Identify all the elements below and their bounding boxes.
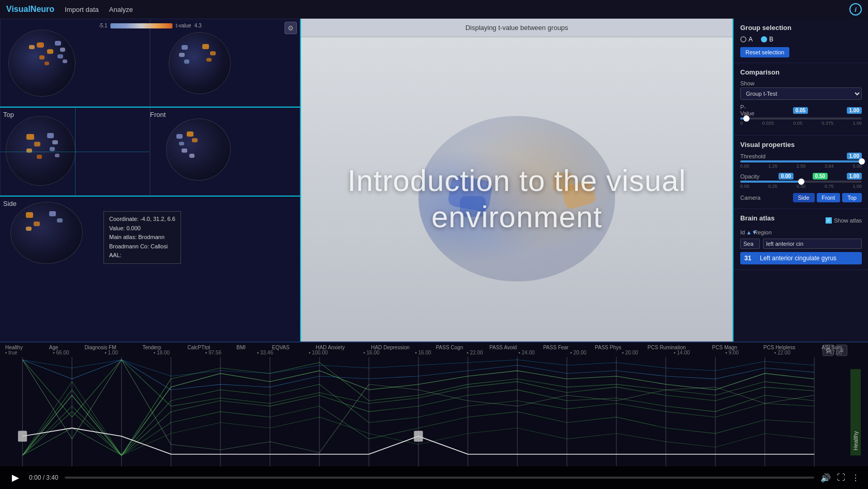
tooltip-main-atlas: Main atlas: Brodmann: [109, 233, 175, 242]
atlas-column-headers: Id ▲▼ Region: [740, 229, 862, 235]
volume-button[interactable]: 🔊: [820, 473, 831, 483]
camera-buttons: Side Front Top: [793, 193, 862, 202]
comparison-title: Comparison: [740, 68, 862, 76]
p-value-label-row: P-Value 0.05 1.00: [740, 104, 862, 116]
view-label-front: Front: [150, 111, 166, 118]
tooltip-coordinate-label: Coordinate: -4.0, 31.2, 6.6: [109, 215, 175, 224]
visual-properties-title: Visual properties: [740, 141, 862, 149]
left-brain-panel: ⚙ -5.1 t-value 4.3: [0, 19, 300, 360]
radio-a-label: A: [749, 36, 753, 43]
show-label-row: Show: [740, 80, 862, 86]
show-atlas-checkbox[interactable]: [826, 217, 832, 224]
p-value-label: P-Value: [740, 104, 754, 116]
threshold-label: Threshold: [740, 153, 766, 159]
brain-canvas-axial-mid: [1, 108, 149, 195]
tooltip-broadmann: Broadmann Co: Callosi: [109, 242, 175, 251]
camera-label-row: Camera Side Front Top: [740, 193, 862, 202]
atlas-region-search[interactable]: [763, 239, 862, 249]
opacity-slider[interactable]: 0.000.250.500.751.00: [740, 181, 862, 189]
colorbar: -5.1 t-value 4.3: [98, 23, 201, 28]
pc-lines-svg: [0, 357, 847, 466]
main-layout: ⚙ -5.1 t-value 4.3: [0, 19, 868, 360]
right-scroll-area: Group selection A B Reset selection Comp…: [734, 19, 868, 360]
p-value-badge: 0.05: [793, 107, 808, 114]
nav-analyze[interactable]: Analyze: [109, 6, 133, 13]
threshold-label-row: Threshold 1.00: [740, 153, 862, 159]
threshold-fill: [740, 160, 862, 162]
play-button[interactable]: ▶: [8, 470, 23, 485]
colorbar-max-label: 4.3: [194, 23, 202, 28]
group-selection-section: Group selection A B Reset selection: [734, 19, 868, 63]
opacity-left-badge: 0.00: [779, 173, 794, 180]
brain-canvas-axial: [1, 19, 149, 106]
reset-selection-button[interactable]: Reset selection: [740, 47, 789, 57]
center-header-text: Displaying t-value between groups: [466, 24, 568, 32]
p-value-ticks: 00.0250.050.3751.00: [740, 121, 862, 126]
camera-front-button[interactable]: Front: [817, 193, 841, 202]
tooltip-aal: AAL:: [109, 251, 175, 260]
opacity-fill: [740, 181, 801, 183]
atlas-result-row[interactable]: 31 Left anterior cingulate gyrus: [740, 252, 862, 264]
brain-views-mid-row: Top Front: [0, 108, 300, 196]
show-atlas-checkbox-row[interactable]: Show atlas: [826, 217, 862, 224]
svg-rect-18: [414, 431, 423, 441]
brain-3d-view[interactable]: Introduction to the visual environment: [301, 37, 732, 360]
teal-divider-2: [0, 196, 300, 197]
view-label-top: Top: [3, 111, 14, 118]
camera-label: Camera: [740, 195, 760, 201]
atlas-result-id: 31: [744, 255, 755, 262]
radio-group-a[interactable]: A: [740, 36, 753, 43]
atlas-id-search[interactable]: [740, 239, 760, 249]
brain-view-sagittal[interactable]: [150, 108, 300, 196]
colorbar-min-label: -5.1: [98, 23, 107, 28]
brain-view-coronal[interactable]: [150, 19, 300, 107]
healthy-bar: Healthy: [851, 358, 860, 466]
p-value-section: P-Value 0.05 1.00 00.0250.050.3751.00: [740, 104, 862, 126]
brain-canvas-sagittal: [151, 108, 300, 195]
camera-top-button[interactable]: Top: [842, 193, 862, 202]
p-value-handle[interactable]: [743, 115, 750, 122]
healthy-bar-label: Healthy: [850, 369, 861, 455]
opacity-handle[interactable]: [798, 179, 804, 185]
p-value-track: [740, 117, 862, 120]
parallel-coordinates[interactable]: ⚙ ≡ Healthy Age Diagnosis FM Tenderp Cal…: [0, 343, 868, 466]
visual-properties-section: Visual properties Threshold 1.00 0.001.2…: [734, 136, 868, 209]
pc-max-values-row: ▪ true▪ 66.00▪ 1.00▪ 18.00▪ 97.56▪ 33.46…: [0, 343, 847, 355]
brain-3d-render: [418, 116, 615, 281]
right-panel: Group selection A B Reset selection Comp…: [734, 19, 868, 360]
tooltip-value-row: Value: 0.000: [109, 224, 175, 233]
p-value-slider[interactable]: 00.0250.050.3751.00: [740, 117, 862, 126]
comparison-section: Comparison Show Group t-Test P-Value 0.0…: [734, 63, 868, 136]
center-brain-3d-panel: Displaying t-value between groups Introd…: [301, 19, 732, 360]
nav-import-data[interactable]: Import data: [65, 6, 99, 13]
threshold-track: [740, 160, 862, 162]
radio-group-b[interactable]: B: [761, 36, 773, 43]
opacity-mid-badge: 0.50: [813, 173, 828, 180]
progress-bar[interactable]: [65, 477, 814, 479]
atlas-region-column-header: Region: [754, 229, 862, 235]
app-brand: VisualNeuro: [6, 5, 54, 14]
threshold-slider[interactable]: 0.001.252.503.845.00: [740, 160, 862, 169]
threshold-handle[interactable]: [859, 158, 865, 165]
fullscreen-button[interactable]: ⛶: [837, 473, 845, 482]
brain-canvas-coronal: [151, 19, 300, 106]
radio-a-circle[interactable]: [740, 36, 746, 42]
more-options-button[interactable]: ⋮: [851, 473, 860, 483]
brain-atlas-title: Brain atlas: [740, 214, 774, 222]
info-icon[interactable]: i: [849, 3, 862, 16]
brain-view-axial[interactable]: [0, 19, 150, 107]
center-panel-header: Displaying t-value between groups: [301, 19, 732, 37]
threshold-ticks: 0.001.252.503.845.00: [740, 164, 862, 169]
opacity-label: Opacity: [740, 173, 759, 180]
brain-atlas-section: Brain atlas Show atlas Id ▲▼ Region: [734, 209, 868, 270]
show-dropdown[interactable]: Group t-Test: [740, 87, 862, 100]
radio-b-filled[interactable]: [761, 36, 767, 42]
opacity-track: [740, 181, 862, 183]
camera-side-button[interactable]: Side: [793, 193, 815, 202]
brain-settings-button[interactable]: ⚙: [285, 22, 297, 34]
brain-view-axial-mid[interactable]: [0, 108, 150, 196]
brain-tooltip: Coordinate: -4.0, 31.2, 6.6 Value: 0.000…: [103, 211, 181, 264]
svg-rect-17: [18, 431, 27, 441]
view-label-side: Side: [3, 200, 17, 208]
colorbar-gradient: [111, 23, 173, 28]
